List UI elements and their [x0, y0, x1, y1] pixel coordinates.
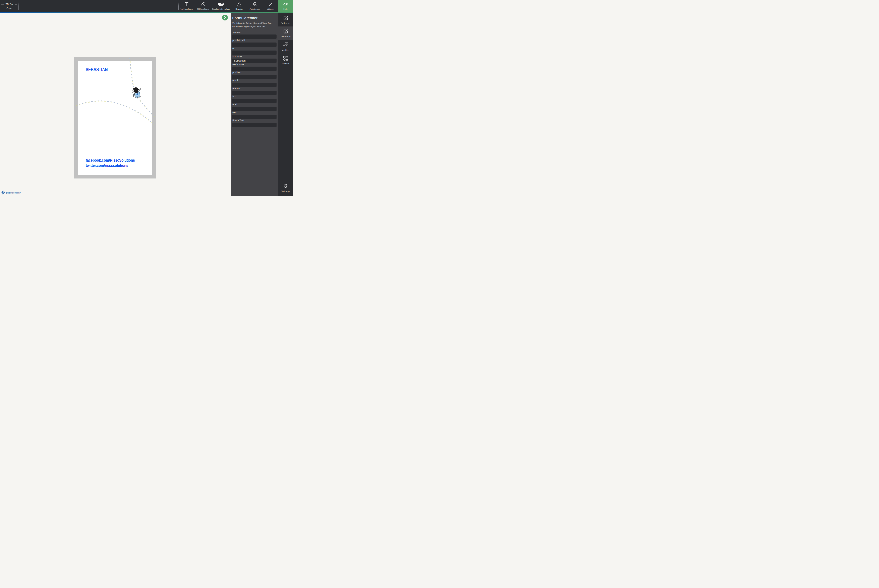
reset-icon: [252, 2, 258, 7]
form-field-row: Firma Test: [232, 119, 276, 127]
hints-button[interactable]: Hinweise: [231, 0, 247, 12]
done-button[interactable]: Fertig: [278, 0, 293, 12]
field-label: telefon: [232, 87, 276, 90]
card-link-twitter[interactable]: twitter.com/risscsolutions: [86, 163, 135, 168]
form-fields: strasse postleitzahl ort vorname nachnam…: [232, 31, 276, 127]
settings-button[interactable]: Settings: [278, 183, 293, 196]
card-link-facebook[interactable]: facebook.com/RisscSolutions: [86, 158, 135, 163]
field-label: Firma Test: [232, 119, 276, 122]
zoom-in-button[interactable]: [14, 3, 18, 6]
field-input-vorname[interactable]: [232, 58, 276, 63]
top-toolbar: 265% Zoom Text hinzufügen Bild hinzufüge…: [0, 0, 293, 12]
form-field-row: telefon: [232, 87, 276, 95]
form-field-row: position: [232, 71, 276, 79]
zoom-caption: Zoom: [6, 7, 12, 9]
shapes-icon: [283, 56, 288, 61]
field-label: postleitzahl: [232, 39, 276, 42]
form-field-row: nachname: [232, 63, 276, 71]
field-input-fax[interactable]: [232, 99, 276, 103]
field-input-firma-test[interactable]: [232, 123, 276, 127]
image-add-icon: [200, 2, 205, 7]
field-input-telefon[interactable]: [232, 91, 276, 95]
media-icon: [283, 42, 288, 48]
tool-rail: Editieren Texteditor Medien Formen: [278, 13, 293, 196]
eye-icon: [283, 2, 289, 7]
field-input-mobil[interactable]: [232, 82, 276, 87]
business-card-page[interactable]: SEBASTIAN facebook.com/RisscSolutions tw…: [78, 61, 152, 175]
card-bleed-area: SEBASTIAN facebook.com/RisscSolutions tw…: [74, 57, 156, 178]
field-input-nachname[interactable]: [232, 67, 276, 71]
form-field-row: strasse: [232, 31, 276, 39]
form-field-row: mail: [232, 103, 276, 111]
panel-collapse-button[interactable]: [222, 15, 228, 21]
warning-icon: [236, 2, 242, 7]
form-field-row: mobil: [232, 79, 276, 87]
settings-label: Settings: [281, 190, 290, 192]
field-label: vorname: [232, 55, 276, 58]
panel-title: Formulareditor: [232, 16, 276, 20]
form-editor-panel: Formulareditor Vordefinierte Felder hier…: [231, 13, 278, 196]
rail-item-medien[interactable]: Medien: [278, 40, 293, 53]
field-label: strasse: [232, 31, 276, 34]
close-icon: [268, 2, 273, 7]
field-input-web[interactable]: [232, 115, 276, 119]
form-field-row: web: [232, 111, 276, 119]
zoom-out-button[interactable]: [1, 3, 4, 6]
zoom-value: 265%: [5, 3, 13, 6]
field-label: position: [232, 71, 276, 74]
printformer-logo[interactable]: printformer: [2, 190, 21, 195]
printformer-logo-text: printformer: [6, 191, 21, 194]
field-input-ort[interactable]: [232, 51, 276, 55]
accent-gradient-bar: [0, 12, 293, 13]
field-input-strasse[interactable]: [232, 34, 276, 39]
form-field-row: ort: [232, 47, 276, 55]
placeholder-toggle-icon: [218, 2, 224, 7]
add-image-button[interactable]: Bild hinzufügen: [195, 0, 211, 12]
field-label: fax: [232, 95, 276, 98]
add-text-button[interactable]: Text hinzufügen: [179, 0, 195, 12]
reset-button[interactable]: Zurücksetzen: [247, 0, 263, 12]
field-label: nachname: [232, 63, 276, 66]
field-label: ort: [232, 47, 276, 50]
card-social-links[interactable]: facebook.com/RisscSolutions twitter.com/…: [86, 158, 135, 168]
placeholder-toggle-button[interactable]: Bildplatzhalter ein/aus: [211, 0, 231, 12]
field-input-position[interactable]: [232, 75, 276, 79]
form-field-row: postleitzahl: [232, 39, 276, 47]
form-field-row: vorname: [232, 55, 276, 63]
field-input-postleitzahl[interactable]: [232, 42, 276, 47]
form-field-row: fax: [232, 95, 276, 103]
rail-item-texteditor[interactable]: Texteditor: [278, 27, 293, 40]
zoom-controls: 265% Zoom: [0, 0, 19, 12]
panel-subtitle: Vordefinierte Felder hier ausfüllen. Die…: [232, 22, 278, 28]
printformer-logo-icon: [2, 190, 5, 195]
cancel-button[interactable]: Abbruch: [263, 0, 278, 12]
text-add-icon: [184, 2, 189, 7]
field-label: mail: [232, 103, 276, 106]
design-canvas: SEBASTIAN facebook.com/RisscSolutions tw…: [0, 13, 231, 196]
edit-icon: [283, 15, 288, 21]
field-label: web: [232, 111, 276, 114]
field-input-mail[interactable]: [232, 107, 276, 111]
rail-item-formen[interactable]: Formen: [278, 53, 293, 67]
minus-icon: [1, 3, 4, 6]
chevron-right-icon: [223, 16, 227, 19]
gear-icon: [283, 183, 288, 189]
plus-icon: [14, 3, 18, 6]
rail-item-editieren[interactable]: Editieren: [278, 13, 293, 27]
card-name-text[interactable]: SEBASTIAN: [86, 67, 108, 72]
field-label: mobil: [232, 79, 276, 82]
text-editor-icon: [283, 28, 288, 34]
